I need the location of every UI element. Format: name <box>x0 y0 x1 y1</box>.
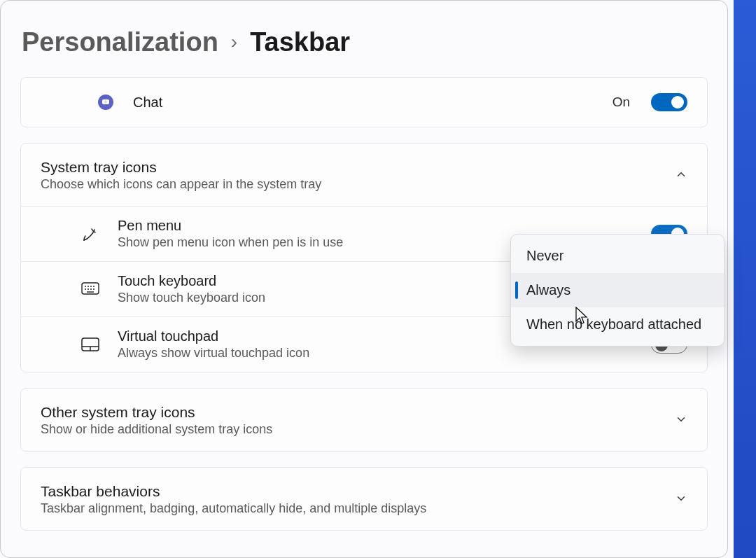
pen-icon <box>80 225 101 242</box>
taskbar-behaviors-title: Taskbar behaviors <box>41 483 658 500</box>
system-tray-title: System tray icons <box>41 159 658 176</box>
chat-toggle[interactable] <box>651 93 687 111</box>
chat-icon <box>95 94 116 111</box>
keyboard-icon <box>80 282 101 296</box>
chat-label: Chat <box>133 95 596 111</box>
window-edge-band <box>734 0 756 558</box>
breadcrumb-current: Taskbar <box>250 27 350 57</box>
chevron-right-icon: › <box>231 31 237 53</box>
pen-menu-title: Pen menu <box>118 218 634 234</box>
system-tray-header[interactable]: System tray icons Choose which icons can… <box>21 144 707 206</box>
taskbar-behaviors-sub: Taskbar alignment, badging, automaticall… <box>41 501 658 516</box>
dropdown-option-never[interactable]: Never <box>511 239 724 273</box>
svg-point-2 <box>104 101 107 104</box>
other-system-tray-section[interactable]: Other system tray icons Show or hide add… <box>20 388 708 452</box>
dropdown-option-always[interactable]: Always <box>511 273 724 307</box>
touchpad-icon <box>80 337 101 351</box>
virtual-touchpad-sub: Always show virtual touchpad icon <box>118 346 634 361</box>
other-tray-title: Other system tray icons <box>41 404 658 421</box>
chat-row[interactable]: Chat On <box>21 78 707 127</box>
dropdown-option-when-no-keyboard[interactable]: When no keyboard attached <box>511 307 724 342</box>
taskbar-behaviors-section[interactable]: Taskbar behaviors Taskbar alignment, bad… <box>20 467 708 531</box>
chevron-down-icon <box>675 413 687 428</box>
breadcrumb: Personalization › Taskbar <box>1 20 727 77</box>
chevron-down-icon <box>675 492 687 508</box>
chat-state-label: On <box>612 95 630 110</box>
chevron-up-icon <box>675 168 687 183</box>
system-tray-subtitle: Choose which icons can appear in the sys… <box>41 177 658 192</box>
touch-keyboard-dropdown: Never Always When no keyboard attached <box>510 234 724 347</box>
breadcrumb-parent[interactable]: Personalization <box>22 27 218 57</box>
taskbar-item-chat: Chat On <box>20 77 708 127</box>
other-tray-sub: Show or hide additional system tray icon… <box>41 422 658 437</box>
